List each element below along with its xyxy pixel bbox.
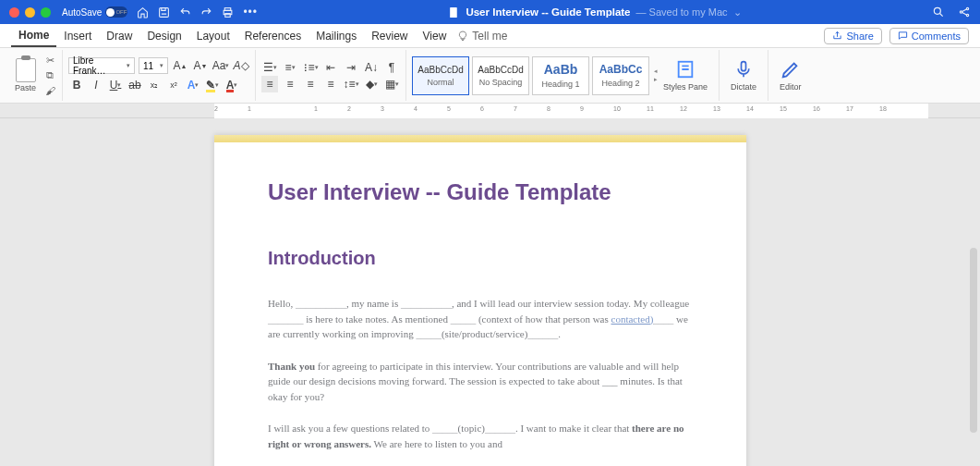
ruler[interactable]: 21123456789101112131415161718 xyxy=(0,104,980,118)
voice-group: Dictate xyxy=(720,50,768,101)
underline-button[interactable]: U▾ xyxy=(107,77,124,93)
font-family-select[interactable]: Libre Frank…▾ xyxy=(68,57,135,74)
superscript-button[interactable]: x² xyxy=(165,77,182,93)
style-no-spacing[interactable]: AaBbCcDd No Spacing xyxy=(472,56,529,95)
align-center-icon[interactable]: ≡ xyxy=(282,76,298,92)
redo-icon[interactable] xyxy=(200,6,212,18)
more-icon[interactable]: ••• xyxy=(243,6,258,18)
align-left-icon[interactable]: ≡ xyxy=(261,76,278,92)
document-heading[interactable]: User Interview -- Guide Template xyxy=(268,176,693,209)
ruler-mark: 9 xyxy=(580,105,584,112)
subscript-button[interactable]: x₂ xyxy=(146,77,163,93)
line-spacing-icon[interactable]: ↕≡▾ xyxy=(343,76,359,92)
style-heading1[interactable]: AaBb Heading 1 xyxy=(532,56,589,95)
ruler-mark: 13 xyxy=(713,105,720,112)
save-status: — Saved to my Mac xyxy=(636,6,728,18)
dictate-button[interactable]: Dictate xyxy=(725,59,762,92)
tab-mailings[interactable]: Mailings xyxy=(309,26,364,46)
justify-icon[interactable]: ≡ xyxy=(322,76,339,92)
cut-icon[interactable]: ✂ xyxy=(43,55,56,67)
ruler-mark: 2 xyxy=(347,105,351,112)
minimize-window-icon[interactable] xyxy=(25,7,35,18)
borders-icon[interactable]: ▦▾ xyxy=(383,76,400,92)
print-icon[interactable] xyxy=(222,6,234,18)
increase-indent-icon[interactable]: ⇥ xyxy=(343,59,359,76)
style-normal[interactable]: AaBbCcDd Normal xyxy=(412,56,469,95)
ribbon-tabs: Home Insert Draw Design Layout Reference… xyxy=(0,24,980,48)
increase-font-icon[interactable]: A▲ xyxy=(172,57,188,74)
tab-home[interactable]: Home xyxy=(11,25,56,47)
italic-button[interactable]: I xyxy=(88,77,104,93)
section-heading[interactable]: Introduction xyxy=(268,244,693,272)
vertical-scrollbar[interactable] xyxy=(970,248,977,433)
ruler-mark: 17 xyxy=(846,105,853,112)
tab-references[interactable]: References xyxy=(237,26,309,46)
autosave-toggle[interactable]: AutoSave OFF xyxy=(62,6,127,18)
tab-view[interactable]: View xyxy=(416,26,454,46)
styles-group: AaBbCcDd Normal AaBbCcDd No Spacing AaBb… xyxy=(406,50,720,101)
tell-me[interactable]: Tell me xyxy=(457,30,507,43)
decrease-font-icon[interactable]: A▼ xyxy=(192,57,209,74)
strikethrough-button[interactable]: ab xyxy=(127,77,143,93)
multilevel-list-icon[interactable]: ⫶≡▾ xyxy=(302,59,319,76)
tab-insert[interactable]: Insert xyxy=(56,26,99,46)
styles-pane-button[interactable]: Styles Pane xyxy=(658,59,713,92)
tab-review[interactable]: Review xyxy=(364,26,415,46)
bold-button[interactable]: B xyxy=(68,77,85,93)
undo-icon[interactable] xyxy=(179,6,191,18)
autosave-switch[interactable]: OFF xyxy=(105,6,127,18)
style-heading2[interactable]: AaBbCc Heading 2 xyxy=(592,56,649,95)
search-icon[interactable] xyxy=(932,6,945,18)
home-icon[interactable] xyxy=(137,6,149,18)
page-content[interactable]: User Interview -- Guide Template Introdu… xyxy=(214,142,746,466)
editor-button[interactable]: Editor xyxy=(774,59,807,92)
share-button[interactable]: Share xyxy=(824,28,881,44)
sort-icon[interactable]: A↓ xyxy=(363,59,380,76)
ruler-mark: 5 xyxy=(447,105,451,112)
document-canvas[interactable]: User Interview -- Guide Template Introdu… xyxy=(0,118,980,466)
tab-design[interactable]: Design xyxy=(139,26,188,46)
highlight-button[interactable]: ✎▾ xyxy=(204,77,221,93)
autosave-label: AutoSave xyxy=(62,7,102,18)
fullscreen-window-icon[interactable] xyxy=(41,7,51,18)
bullet-list-icon[interactable]: ☰▾ xyxy=(261,59,278,76)
ruler-mark: 12 xyxy=(680,105,687,112)
paragraph-3[interactable]: I will ask you a few questions related t… xyxy=(268,421,693,451)
svg-point-6 xyxy=(960,11,962,13)
styles-pane-icon xyxy=(675,59,696,80)
format-painter-icon[interactable]: 🖌 xyxy=(43,84,56,97)
share-icon[interactable] xyxy=(958,6,971,18)
comments-button[interactable]: Comments xyxy=(889,28,969,44)
show-marks-icon[interactable]: ¶ xyxy=(383,59,400,76)
font-size-select[interactable]: 11▾ xyxy=(139,57,168,74)
clipboard-icon xyxy=(16,58,36,82)
page: User Interview -- Guide Template Introdu… xyxy=(214,135,746,466)
quick-access-toolbar: ••• xyxy=(137,6,258,18)
tab-draw[interactable]: Draw xyxy=(99,26,139,46)
number-list-icon[interactable]: ≡▾ xyxy=(282,59,298,76)
svg-point-7 xyxy=(966,7,968,9)
ruler-mark: 16 xyxy=(813,105,820,112)
paragraph-2[interactable]: Thank you for agreeing to participate in… xyxy=(268,359,693,405)
align-right-icon[interactable]: ≡ xyxy=(302,76,319,92)
text-effects-button[interactable]: A▾ xyxy=(185,77,201,93)
document-title-area[interactable]: User Interview -- Guide Template — Saved… xyxy=(258,6,932,18)
svg-point-8 xyxy=(966,14,968,16)
title-caret-icon[interactable]: ⌄ xyxy=(733,6,742,18)
decrease-indent-icon[interactable]: ⇤ xyxy=(322,59,339,76)
document-name: User Interview -- Guide Template xyxy=(466,6,630,18)
clear-format-icon[interactable]: A◇ xyxy=(233,57,249,74)
contacted-link[interactable]: contacted) xyxy=(611,313,654,325)
microphone-icon xyxy=(734,59,753,80)
font-color-button[interactable]: A▾ xyxy=(224,77,240,93)
titlebar-right xyxy=(932,6,971,18)
change-case-icon[interactable]: Aa▾ xyxy=(212,57,229,74)
share-arrow-icon xyxy=(832,31,842,41)
paragraph-1[interactable]: Hello, __________, my name is __________… xyxy=(268,296,693,342)
save-icon[interactable] xyxy=(158,6,170,18)
close-window-icon[interactable] xyxy=(9,7,19,18)
paste-button[interactable]: Paste xyxy=(11,58,40,92)
tab-layout[interactable]: Layout xyxy=(189,26,237,46)
shading-icon[interactable]: ◆▾ xyxy=(363,76,380,92)
copy-icon[interactable]: ⧉ xyxy=(43,69,56,82)
